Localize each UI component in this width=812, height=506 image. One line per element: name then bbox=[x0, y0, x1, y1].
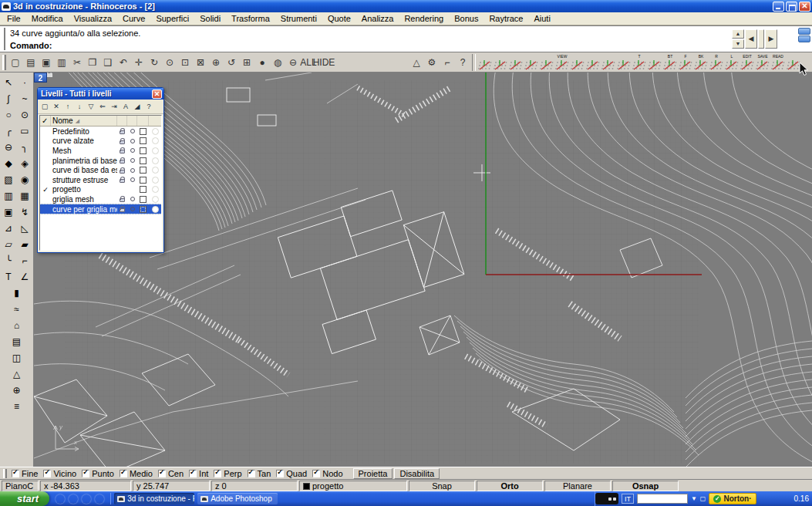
layer-color-swatch[interactable] bbox=[140, 157, 147, 164]
scroll-right-button[interactable]: ▶ bbox=[765, 29, 777, 49]
new-layer-button[interactable]: ▢ bbox=[39, 101, 50, 113]
group-tool-icon[interactable]: ▰ bbox=[17, 236, 33, 252]
status-toggle-pane[interactable]: Osnap bbox=[612, 481, 679, 491]
bulb-icon[interactable] bbox=[130, 207, 135, 211]
zoom-icon[interactable]: ⊙ bbox=[162, 54, 177, 71]
delete-layer-button[interactable]: ✕ bbox=[51, 101, 62, 113]
menu-item[interactable]: Aiuti bbox=[528, 13, 555, 24]
status-toggle-pane[interactable]: Orto bbox=[477, 481, 543, 491]
osnap-toggle[interactable]: Nodo bbox=[312, 469, 342, 478]
rendered-sphere-icon[interactable] bbox=[393, 54, 409, 71]
layer-row[interactable]: ✓ progetto bbox=[40, 185, 161, 195]
render-icon[interactable]: ● bbox=[254, 54, 270, 71]
save-file-icon[interactable]: ▣ bbox=[39, 54, 54, 71]
layer-row[interactable]: Mesh bbox=[40, 146, 161, 156]
menu-item[interactable]: Rendering bbox=[399, 13, 449, 24]
layer-color-swatch[interactable] bbox=[140, 206, 147, 213]
filter-button[interactable]: ▽ bbox=[86, 101, 96, 113]
layer-row[interactable]: Predefinito bbox=[40, 126, 161, 137]
checkbox-icon[interactable] bbox=[276, 470, 284, 477]
help-icon[interactable]: ? bbox=[455, 54, 470, 71]
layer-color-swatch[interactable] bbox=[140, 186, 147, 193]
layers-panel-close-icon[interactable]: ✕ bbox=[152, 89, 162, 99]
osnap-toggle[interactable]: Punto bbox=[82, 469, 114, 478]
osnap-toggle[interactable]: Tan bbox=[248, 469, 271, 478]
sphere-tool-icon[interactable]: ◉ bbox=[17, 171, 33, 187]
sort-button[interactable]: ◢ bbox=[132, 101, 143, 113]
chamfer-tool-icon[interactable]: ⌐ bbox=[17, 252, 33, 268]
cone-tool-icon[interactable]: △ bbox=[8, 366, 25, 382]
checkbox-icon[interactable] bbox=[43, 470, 51, 477]
layer-name[interactable]: Predefinito bbox=[51, 127, 117, 136]
scroll-down-button[interactable]: ▼ bbox=[732, 39, 744, 49]
osnap-toggle[interactable]: Medio bbox=[120, 469, 153, 478]
lock-icon[interactable] bbox=[120, 170, 125, 174]
layer-row[interactable]: curve per griglia mesh bbox=[40, 204, 161, 214]
osnap-gripper[interactable] bbox=[3, 469, 7, 478]
cplane-right-icon[interactable]: R bbox=[709, 53, 724, 72]
search-dropdown-icon[interactable]: ▼ bbox=[691, 495, 697, 502]
cplane-back-icon[interactable]: BK bbox=[693, 53, 709, 72]
surface-tool-icon[interactable]: ◆ bbox=[1, 155, 17, 171]
pan-icon[interactable]: ✛ bbox=[131, 54, 147, 71]
cplane-world-icon[interactable] bbox=[570, 53, 585, 72]
cplane-zaxis-icon[interactable] bbox=[493, 53, 508, 72]
language-indicator[interactable]: IT bbox=[622, 494, 634, 504]
join-tool-icon[interactable]: ▱ bbox=[1, 236, 17, 252]
menu-item[interactable]: Curve bbox=[117, 13, 150, 24]
layers-panel-titlebar[interactable]: Livelli - Tutti i livelli ✕ bbox=[38, 88, 163, 100]
trim-tool-icon[interactable]: ⊿ bbox=[1, 220, 17, 236]
layer-name[interactable]: griglia mesh bbox=[51, 195, 117, 204]
desktop-search-input[interactable] bbox=[637, 494, 688, 504]
cplane-edit2-icon[interactable]: EDIT bbox=[740, 53, 755, 72]
checkbox-icon[interactable] bbox=[189, 470, 197, 477]
explode-tool-icon[interactable]: ↯ bbox=[17, 204, 33, 220]
scroll-left-button[interactable]: ◀ bbox=[745, 29, 757, 49]
search-window-icon[interactable]: ▢ bbox=[700, 495, 706, 502]
minimize-button[interactable] bbox=[773, 2, 784, 12]
cplane-pane[interactable]: PianoC bbox=[2, 481, 39, 491]
rotate-view-icon[interactable]: ↻ bbox=[147, 54, 162, 71]
dimension-tool-icon[interactable]: ∠ bbox=[17, 268, 33, 285]
checkbox-icon[interactable] bbox=[312, 470, 320, 477]
layer-current-check[interactable]: ✓ bbox=[40, 186, 51, 194]
cplane-front-icon[interactable]: F bbox=[678, 53, 693, 72]
move-up-button[interactable]: ↑ bbox=[62, 101, 73, 113]
cage-tool-icon[interactable]: ◫ bbox=[8, 349, 25, 366]
layer-row[interactable]: griglia mesh bbox=[40, 194, 161, 204]
layer-color-swatch[interactable] bbox=[140, 167, 147, 174]
layer-material-icon[interactable] bbox=[152, 137, 159, 144]
osnap-toggle[interactable]: Cen bbox=[158, 469, 184, 478]
lock-icon[interactable] bbox=[120, 198, 125, 202]
circle-tool-icon[interactable]: ○ bbox=[1, 106, 17, 123]
layers-header-bulb[interactable] bbox=[127, 116, 137, 126]
viewport-tab[interactable]: 2 bbox=[34, 73, 47, 83]
cylinder-tool-icon[interactable]: ▥ bbox=[1, 187, 17, 204]
extract-tool-icon[interactable]: ▣ bbox=[1, 204, 17, 220]
box-tool-icon[interactable]: ▧ bbox=[1, 171, 17, 187]
arc2-tool-icon[interactable]: ╮ bbox=[17, 139, 33, 155]
bulb-icon[interactable] bbox=[130, 168, 135, 173]
fillet-tool-icon[interactable]: ╰ bbox=[1, 252, 17, 268]
checkbox-icon[interactable] bbox=[214, 470, 221, 477]
layer-color-swatch[interactable] bbox=[140, 147, 147, 154]
viewport-layout-icon[interactable]: ⊞ bbox=[239, 54, 254, 71]
layer-material-icon[interactable] bbox=[152, 206, 159, 213]
layer-material-icon[interactable] bbox=[152, 147, 159, 154]
text-style-button[interactable]: A bbox=[120, 101, 131, 113]
menu-item[interactable]: Raytrace bbox=[483, 13, 528, 24]
lock-icon[interactable] bbox=[120, 150, 125, 153]
extrude-tool-icon[interactable]: ▮ bbox=[8, 285, 25, 301]
surface-loft-tool-icon[interactable]: ◈ bbox=[17, 155, 33, 171]
restore-button[interactable] bbox=[786, 2, 797, 12]
layer-row[interactable]: curve di base da estru... bbox=[40, 165, 161, 175]
layers-header-material[interactable] bbox=[149, 116, 161, 126]
layer-material-icon[interactable] bbox=[152, 128, 159, 135]
text-tool-icon[interactable]: T bbox=[1, 268, 17, 285]
layer-row[interactable]: strutture estruse bbox=[40, 175, 161, 185]
layers-header-color[interactable] bbox=[137, 116, 149, 126]
layer-color-swatch[interactable] bbox=[140, 137, 147, 144]
checkbox-icon[interactable] bbox=[82, 470, 89, 477]
loft-tool-icon[interactable]: ≈ bbox=[8, 301, 25, 317]
osnap-button[interactable]: Proietta bbox=[353, 468, 393, 479]
